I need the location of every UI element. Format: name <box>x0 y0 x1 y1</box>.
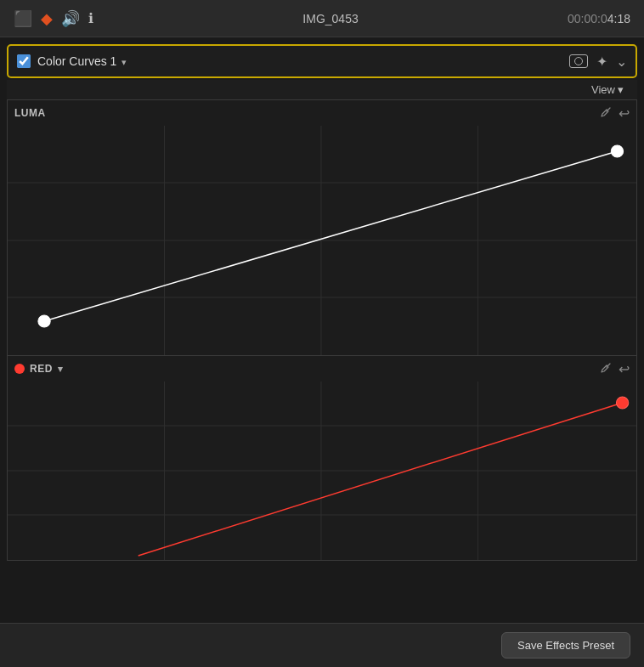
time-static: 00:00:0 <box>568 12 607 25</box>
red-curve-canvas[interactable] <box>8 382 636 560</box>
red-panel: RED ▾ ↩ <box>7 356 637 561</box>
luma-reset-icon[interactable]: ↩ <box>619 105 630 122</box>
red-label: RED ▾ <box>14 363 63 375</box>
red-eyedropper-icon[interactable] <box>600 362 612 376</box>
view-button[interactable]: View ▾ <box>591 83 624 96</box>
luma-panel-header: LUMA ↩ <box>8 100 636 126</box>
mask-icon-inner <box>574 57 583 65</box>
view-label: View <box>591 83 615 96</box>
sparkle-icon[interactable]: ✦ <box>596 54 607 70</box>
time-accent: 4:18 <box>607 12 630 25</box>
svg-line-6 <box>44 151 617 321</box>
luma-curve-svg <box>8 126 636 355</box>
luma-curve-canvas[interactable] <box>8 126 636 355</box>
bottom-bar: Save Effects Preset <box>0 623 644 667</box>
red-label-text: RED <box>30 363 53 375</box>
speaker-icon: 🔊 <box>61 9 80 28</box>
red-chevron-icon[interactable]: ▾ <box>58 364 64 375</box>
svg-point-8 <box>611 145 623 157</box>
effect-name-chevron[interactable]: ▾ <box>121 57 127 67</box>
luma-eyedropper-icon[interactable] <box>600 106 612 121</box>
view-chevron: ▾ <box>618 83 624 96</box>
effect-header: Color Curves 1 ▾ ✦ ⌄ <box>7 44 637 78</box>
svg-point-16 <box>616 397 628 409</box>
red-dot-icon <box>14 364 25 374</box>
toolbar-left: ⬛ ◆ 🔊 ℹ <box>14 9 93 28</box>
luma-label: LUMA <box>14 107 46 119</box>
timecode: 00:00:04:18 <box>568 12 630 25</box>
effect-name: Color Curves 1 ▾ <box>37 54 562 68</box>
mask-icon[interactable] <box>569 54 588 68</box>
toolbar: ⬛ ◆ 🔊 ℹ IMG_0453 00:00:04:18 <box>0 0 644 37</box>
red-panel-header: RED ▾ ↩ <box>8 356 636 382</box>
red-panel-icons: ↩ <box>600 361 630 377</box>
save-effects-preset-button[interactable]: Save Effects Preset <box>501 632 630 659</box>
effect-header-icons: ✦ ⌄ <box>569 54 627 70</box>
info-icon: ℹ <box>88 10 93 26</box>
prism-icon: ◆ <box>41 9 53 28</box>
file-name: IMG_0453 <box>302 12 358 25</box>
chevron-down-icon[interactable]: ⌄ <box>616 54 627 70</box>
effect-name-text: Color Curves 1 <box>37 54 116 68</box>
curves-container: LUMA ↩ <box>7 99 637 561</box>
film-icon: ⬛ <box>14 9 32 28</box>
luma-panel-icons: ↩ <box>600 105 630 122</box>
view-row: View ▾ <box>7 80 637 99</box>
svg-point-7 <box>38 315 50 327</box>
red-reset-icon[interactable]: ↩ <box>619 361 630 377</box>
effect-enable-checkbox[interactable] <box>17 54 31 68</box>
luma-panel: LUMA ↩ <box>7 99 637 356</box>
red-curve-svg <box>8 382 636 560</box>
